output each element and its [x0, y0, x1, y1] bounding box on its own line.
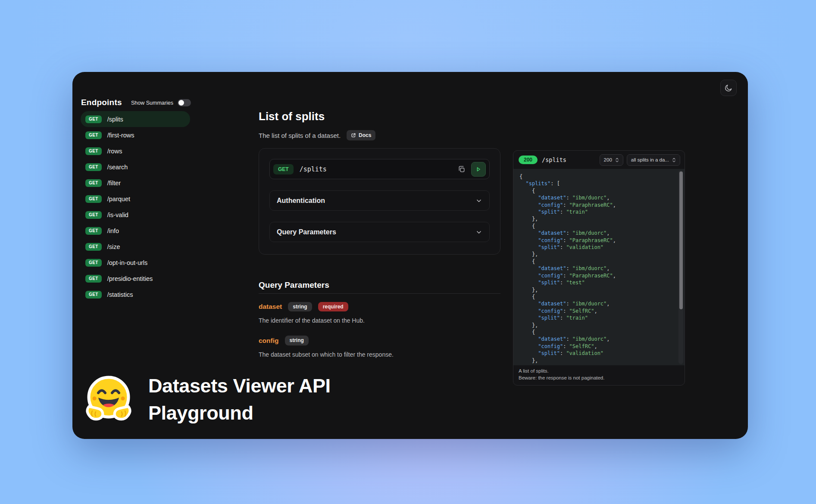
method-badge: GET [85, 179, 102, 187]
scrollbar-thumb[interactable] [679, 171, 683, 309]
endpoint-path: /rows [107, 148, 122, 155]
status-code-select[interactable]: 200 [600, 154, 623, 166]
method-badge: GET [85, 131, 102, 139]
endpoint-path: /parquet [107, 196, 130, 202]
sidebar-endpoint-item[interactable]: GET /filter [81, 175, 190, 191]
request-method-badge: GET [273, 164, 294, 174]
json-code: { "splits": [ { "dataset": "ibm/duorc", … [513, 169, 685, 365]
sidebar-endpoint-item[interactable]: GET /info [81, 223, 190, 239]
divider [259, 293, 500, 294]
endpoint-path: /opt-in-out-urls [107, 259, 147, 266]
method-badge: GET [85, 259, 102, 267]
method-badge: GET [85, 163, 102, 171]
moon-icon [724, 84, 733, 92]
copy-icon [457, 165, 466, 173]
response-path: /splits [542, 156, 566, 163]
example-select[interactable]: all splits in a da... [627, 154, 680, 166]
sidebar-endpoint-item[interactable]: GET /parquet [81, 191, 190, 207]
param-name: config [259, 337, 279, 345]
endpoint-path: /first-rows [107, 132, 134, 139]
sidebar-endpoint-item[interactable]: GET /presidio-entities [81, 271, 190, 286]
chevron-down-icon [475, 197, 482, 204]
sidebar-endpoint-item[interactable]: GET /first-rows [81, 127, 190, 143]
query-parameters-heading: Query Parameters [259, 280, 329, 290]
page-title: List of splits [259, 110, 325, 123]
param-type-badge: string [285, 336, 309, 345]
param-name: dataset [259, 303, 282, 311]
request-path: /splits [300, 165, 327, 173]
method-badge: GET [85, 147, 102, 155]
param-description: The dataset subset on which to filter th… [259, 351, 500, 358]
endpoint-path: /search [107, 164, 128, 171]
query-parameter: config string The dataset subset on whic… [259, 336, 500, 358]
sidebar-title: Endpoints [81, 98, 122, 107]
app-title: Datasets Viewer API Playground [148, 372, 331, 426]
method-badge: GET [85, 227, 102, 235]
play-icon [475, 166, 482, 173]
updown-chevron-icon [615, 157, 619, 163]
dark-mode-button[interactable] [720, 80, 737, 96]
updown-chevron-icon [672, 157, 676, 163]
response-panel: 200 /splits 200 all splits in a da... [513, 150, 685, 386]
copy-button[interactable] [456, 164, 467, 175]
endpoint-path: /splits [107, 116, 123, 123]
toggle-knob [178, 100, 184, 106]
endpoint-path: /size [107, 243, 120, 250]
method-badge: GET [85, 115, 102, 123]
response-footer: A list of splits. Beware: the response i… [513, 365, 685, 385]
sidebar-endpoint-item[interactable]: GET /size [81, 239, 190, 255]
show-summaries-toggle[interactable] [178, 99, 191, 106]
request-panel: GET /splits Authentication [259, 148, 500, 255]
endpoint-path: /info [107, 227, 119, 234]
parameter-list: dataset string required The identifier o… [259, 302, 500, 370]
param-required-badge: required [318, 302, 348, 311]
docs-button[interactable]: Docs [347, 130, 375, 140]
query-parameter: dataset string required The identifier o… [259, 302, 500, 324]
chevron-down-icon [475, 229, 482, 236]
response-header: 200 /splits 200 all splits in a da... [513, 151, 685, 169]
query-parameters-accordion[interactable]: Query Parameters [269, 222, 490, 242]
sidebar-endpoint-item[interactable]: GET /search [81, 159, 190, 175]
param-description: The identifier of the dataset on the Hub… [259, 317, 500, 324]
authentication-accordion[interactable]: Authentication [269, 190, 490, 211]
sidebar-endpoint-item[interactable]: GET /is-valid [81, 207, 190, 223]
endpoint-path: /presidio-entities [107, 275, 153, 282]
endpoint-path: /statistics [107, 291, 133, 298]
request-bar: GET /splits [269, 159, 490, 179]
sidebar-endpoint-item[interactable]: GET /splits [81, 111, 190, 127]
endpoint-path: /is-valid [107, 212, 128, 218]
sidebar-endpoint-item[interactable]: GET /rows [81, 143, 190, 159]
method-badge: GET [85, 291, 102, 299]
run-request-button[interactable] [471, 162, 486, 177]
param-type-badge: string [288, 302, 312, 311]
show-summaries-label: Show Summaries [131, 100, 173, 106]
method-badge: GET [85, 195, 102, 203]
method-badge: GET [85, 243, 102, 251]
sidebar-endpoint-item[interactable]: GET /statistics [81, 286, 190, 302]
status-badge: 200 [519, 156, 538, 164]
scrollbar-track [678, 170, 683, 364]
endpoint-path: /filter [107, 180, 121, 187]
method-badge: GET [85, 211, 102, 219]
response-body: { "splits": [ { "dataset": "ibm/duorc", … [513, 169, 685, 365]
endpoint-description: The list of splits of a dataset. [259, 132, 341, 139]
endpoint-list: GET /splits GET /first-rows GET /rows GE… [81, 111, 190, 302]
external-link-icon [351, 133, 356, 138]
sidebar-endpoint-item[interactable]: GET /opt-in-out-urls [81, 255, 190, 271]
hugging-face-logo [83, 373, 134, 425]
method-badge: GET [85, 275, 102, 283]
app-window: Endpoints Show Summaries GET /splits GET… [72, 72, 748, 439]
